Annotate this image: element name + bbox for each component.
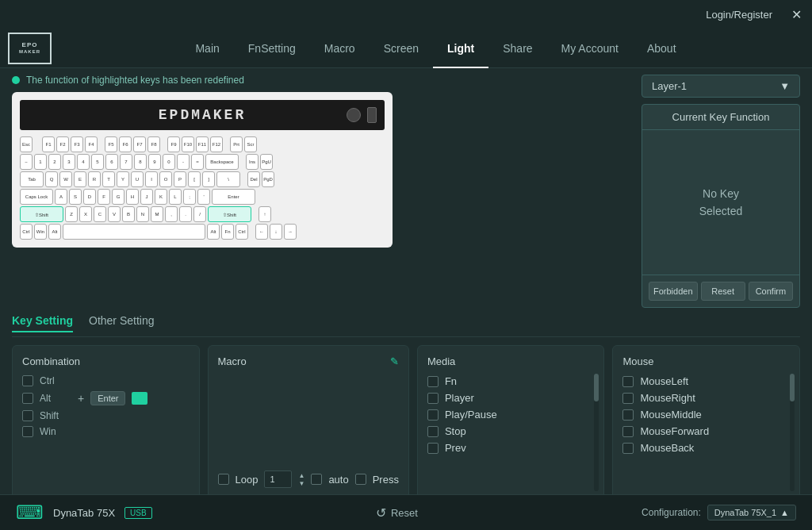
key-slash[interactable]: /	[193, 206, 206, 222]
key-1[interactable]: 1	[34, 154, 47, 170]
key-f6[interactable]: F6	[119, 136, 132, 152]
key-l[interactable]: L	[169, 189, 182, 205]
mouseleft-checkbox[interactable]	[622, 376, 634, 387]
key-tab[interactable]: Tab	[20, 171, 44, 187]
key-b[interactable]: B	[122, 206, 135, 222]
auto-checkbox[interactable]	[311, 474, 322, 485]
reset-key-button[interactable]: Reset	[701, 282, 745, 301]
key-i[interactable]: I	[145, 171, 158, 187]
decrement-btn[interactable]: ▼	[298, 480, 304, 487]
key-win[interactable]: Win	[34, 224, 47, 240]
key-backslash[interactable]: \	[216, 171, 240, 187]
macro-edit-icon[interactable]: ✎	[390, 355, 399, 367]
key-5[interactable]: 5	[91, 154, 104, 170]
key-h[interactable]: H	[126, 189, 139, 205]
key-rshift[interactable]: ⇧Shift	[208, 206, 251, 222]
key-0[interactable]: 0	[163, 154, 175, 170]
key-d[interactable]: D	[83, 189, 96, 205]
prev-checkbox[interactable]	[427, 443, 439, 454]
key-z[interactable]: Z	[65, 206, 78, 222]
key-p[interactable]: P	[174, 171, 186, 187]
key-4[interactable]: 4	[77, 154, 90, 170]
nav-share[interactable]: Share	[488, 29, 546, 68]
key-f8[interactable]: F8	[147, 136, 160, 152]
key-pgdn[interactable]: PgD	[262, 171, 274, 187]
key-s[interactable]: S	[69, 189, 82, 205]
key-f1[interactable]: F1	[42, 136, 55, 152]
key-9[interactable]: 9	[148, 154, 161, 170]
key-v[interactable]: V	[108, 206, 121, 222]
key-f5[interactable]: F5	[105, 136, 117, 152]
key-f2[interactable]: F2	[56, 136, 69, 152]
key-f11[interactable]: F11	[196, 136, 209, 152]
key-f[interactable]: F	[98, 189, 110, 205]
key-r[interactable]: R	[88, 171, 101, 187]
key-tilde[interactable]: ~	[20, 154, 33, 170]
key-x[interactable]: X	[79, 206, 92, 222]
key-g[interactable]: G	[112, 189, 124, 205]
config-dropdown[interactable]: DynaTab 75X_1 ▲	[707, 505, 796, 520]
nav-about[interactable]: About	[633, 29, 691, 68]
mouseback-checkbox[interactable]	[622, 443, 634, 454]
key-rctrl[interactable]: Ctrl	[236, 224, 248, 240]
key-7[interactable]: 7	[120, 154, 132, 170]
key-f7[interactable]: F7	[133, 136, 146, 152]
key-comma[interactable]: ,	[165, 206, 178, 222]
confirm-button[interactable]: Confirm	[749, 282, 793, 301]
key-equal[interactable]: =	[191, 154, 204, 170]
key-right[interactable]: →	[284, 224, 297, 240]
key-pgup[interactable]: PgU	[260, 154, 273, 170]
mouseforward-checkbox[interactable]	[622, 426, 634, 437]
key-k[interactable]: K	[155, 189, 167, 205]
nav-myaccount[interactable]: My Account	[547, 29, 633, 68]
key-delete[interactable]: Del	[247, 171, 260, 187]
reset-button[interactable]: ↺ Reset	[376, 505, 418, 520]
key-3[interactable]: 3	[63, 154, 75, 170]
key-a[interactable]: A	[55, 189, 67, 205]
win-checkbox[interactable]	[22, 426, 33, 437]
key-f3[interactable]: F3	[71, 136, 83, 152]
nav-macro[interactable]: Macro	[310, 29, 370, 68]
key-down[interactable]: ↓	[270, 224, 282, 240]
increment-btn[interactable]: ▲	[298, 472, 304, 479]
key-lbracket[interactable]: [	[188, 171, 201, 187]
key-enter[interactable]: Enter	[212, 189, 255, 205]
key-up[interactable]: ↑	[259, 206, 271, 222]
player-checkbox[interactable]	[427, 393, 439, 404]
key-f10[interactable]: F10	[182, 136, 194, 152]
key-o[interactable]: O	[159, 171, 172, 187]
key-f9[interactable]: F9	[167, 136, 180, 152]
key-2[interactable]: 2	[48, 154, 61, 170]
key-6[interactable]: 6	[105, 154, 118, 170]
key-lctrl[interactable]: Ctrl	[20, 224, 33, 240]
key-f4[interactable]: F4	[85, 136, 98, 152]
forbidden-button[interactable]: Forbidden	[649, 282, 698, 301]
circle-btn[interactable]	[347, 108, 361, 122]
key-t[interactable]: T	[102, 171, 115, 187]
key-scroll[interactable]: Scr	[244, 136, 257, 152]
key-j[interactable]: J	[140, 189, 153, 205]
stop-checkbox[interactable]	[427, 426, 439, 437]
mouseright-checkbox[interactable]	[622, 393, 634, 404]
key-rbracket[interactable]: ]	[202, 171, 215, 187]
key-print[interactable]: Prt	[230, 136, 243, 152]
key-enter-badge[interactable]: Enter	[90, 391, 125, 405]
nav-screen[interactable]: Screen	[370, 29, 433, 68]
key-quote[interactable]: '	[197, 189, 210, 205]
key-lalt[interactable]: Alt	[48, 224, 61, 240]
key-fn[interactable]: Fn	[221, 224, 234, 240]
login-button[interactable]: Login/Register	[706, 9, 772, 21]
tab-other-setting[interactable]: Other Setting	[89, 314, 155, 332]
alt-checkbox[interactable]	[22, 393, 33, 404]
mousemiddle-checkbox[interactable]	[622, 409, 634, 421]
playpause-checkbox[interactable]	[427, 409, 439, 421]
key-e[interactable]: E	[74, 171, 86, 187]
key-space[interactable]	[63, 224, 205, 240]
layer-dropdown[interactable]: Layer-1 ▼	[642, 75, 800, 98]
key-capslock[interactable]: Caps Lock	[20, 189, 53, 205]
fn-checkbox[interactable]	[427, 376, 439, 387]
key-c[interactable]: C	[94, 206, 106, 222]
ctrl-checkbox[interactable]	[22, 375, 33, 386]
shift-checkbox[interactable]	[22, 410, 33, 421]
key-u[interactable]: U	[131, 171, 144, 187]
